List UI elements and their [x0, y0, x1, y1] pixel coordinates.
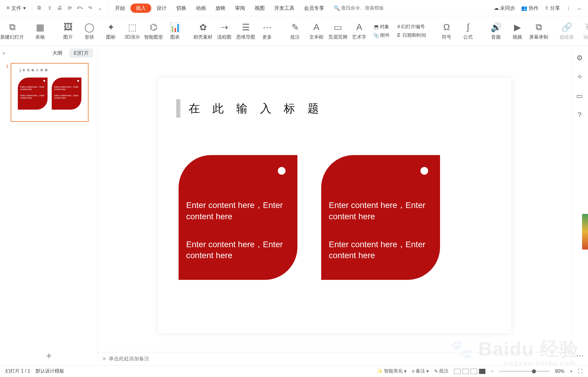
3d-present-button[interactable]: ⬚3D演示	[125, 22, 140, 40]
docer-button[interactable]: ✿稻壳素材	[196, 22, 210, 40]
coop-button[interactable]: 👥 协作	[519, 4, 541, 13]
slideshow-view-button[interactable]	[479, 369, 485, 374]
chart-icon: 📊	[170, 22, 181, 32]
audio-icon: 🔊	[491, 22, 502, 32]
sync-button[interactable]: ☁ 未同步	[491, 4, 518, 13]
tab-start[interactable]: 开始	[111, 3, 129, 13]
chevron-down-icon: ▾	[426, 368, 429, 374]
comments-toggle-button[interactable]: ✎批注	[434, 368, 449, 374]
object-button[interactable]: ⬒对象	[373, 24, 390, 30]
reading-view-button[interactable]	[471, 369, 477, 374]
zoom-in-button[interactable]: +	[570, 369, 573, 374]
tab-insert[interactable]: 插入	[130, 4, 151, 13]
mouse-icon: 🖱	[584, 22, 588, 32]
action-button[interactable]: 🖱动作	[581, 22, 588, 40]
attachment-button[interactable]: 📎附件	[373, 32, 390, 39]
content-card-2[interactable]: Enter content here，Enter content here En…	[321, 155, 440, 280]
side-handle[interactable]	[582, 214, 588, 250]
wordart-button[interactable]: A艺术字	[352, 22, 367, 40]
slide-editor[interactable]: 在此输入标题 Enter content here，Enter content …	[98, 46, 571, 365]
new-slide-button[interactable]: ⧉新建幻灯片	[5, 22, 20, 40]
smartart-button[interactable]: ⌬智能图形	[146, 22, 161, 40]
equation-button[interactable]: ∫公式	[461, 22, 475, 40]
workspace: « 大纲 幻灯片 1 在此输入标题 Enter content here，Ent…	[0, 46, 588, 365]
slide-counter: 幻灯片 1 / 1	[5, 368, 30, 374]
print-button[interactable]: 🖨	[55, 4, 64, 12]
video-button[interactable]: ▶视频	[510, 22, 525, 40]
slider-knob[interactable]	[532, 369, 536, 373]
icons-button[interactable]: ✦图标	[103, 22, 118, 40]
save-icon: 🗎	[37, 5, 42, 11]
search-input[interactable]	[341, 5, 392, 11]
tab-design[interactable]: 设计	[152, 3, 171, 13]
zoom-value: 90%	[555, 369, 565, 374]
zoom-out-button[interactable]: −	[491, 369, 494, 374]
flowchart-icon: ⇢	[221, 22, 228, 32]
datetime-button[interactable]: 🗓日期和时间	[396, 32, 426, 39]
save-button[interactable]: 🗎	[35, 4, 44, 12]
normal-view-button[interactable]	[454, 369, 461, 374]
smart-beautify-button[interactable]: ✨智能美化▾	[377, 368, 406, 374]
tab-devtools[interactable]: 开发工具	[270, 3, 299, 13]
undo-button[interactable]: ↶▾	[75, 4, 84, 12]
refresh-icon: ⟳	[68, 5, 72, 11]
tab-slideshow[interactable]: 放映	[211, 3, 230, 13]
add-slide-button[interactable]: +	[0, 346, 98, 365]
notes-toggle-button[interactable]: ≡备注▾	[412, 368, 429, 374]
file-menu[interactable]: ≡ 文件 ▾	[4, 4, 29, 13]
collapse-ribbon-button[interactable]: ︿	[575, 4, 584, 13]
textbox-button[interactable]: A文本框	[309, 22, 324, 40]
flowchart-button[interactable]: ⇢流程图	[217, 22, 232, 40]
content-card-1[interactable]: Enter content here，Enter content here En…	[179, 155, 297, 280]
thumbnail-item[interactable]: 1 在此输入标题 Enter content here，Enter conten…	[6, 63, 92, 122]
more-quick-button[interactable]: ⌄	[96, 4, 105, 12]
headerfooter-button[interactable]: ▭页眉页脚	[330, 22, 345, 40]
more-button[interactable]: ⋮	[564, 4, 573, 12]
comment-button[interactable]: ✎批注	[288, 22, 302, 40]
equation-icon: ∫	[467, 22, 469, 32]
command-search[interactable]: 🔍	[331, 4, 394, 12]
thumbnail-preview[interactable]: 在此输入标题 Enter content here，Enter content …	[11, 63, 89, 122]
tab-review[interactable]: 审阅	[231, 3, 249, 13]
tab-animation[interactable]: 动画	[192, 3, 210, 13]
table-button[interactable]: ▦表格	[33, 22, 48, 40]
collapse-panel-button[interactable]: «	[2, 50, 5, 56]
outline-tab[interactable]: 大纲	[48, 48, 67, 58]
present-icon[interactable]: ▭	[576, 92, 583, 100]
share-button[interactable]: ⇧ 分享	[542, 4, 562, 13]
refresh-button[interactable]: ⟳	[65, 4, 74, 12]
help-icon[interactable]: ?	[578, 111, 581, 119]
status-bar: 幻灯片 1 / 1 默认设计模板 ✨智能美化▾ ≡备注▾ ✎批注 − 90% +…	[0, 365, 588, 377]
zoom-slider[interactable]	[499, 371, 550, 372]
slide-title[interactable]: 在此输入标题	[176, 99, 331, 118]
chevron-down-icon: ⌄	[98, 5, 102, 11]
thumbnail-list[interactable]: 1 在此输入标题 Enter content here，Enter conten…	[0, 60, 98, 346]
redo-button[interactable]: ↷	[86, 4, 94, 12]
mindmap-button[interactable]: ☰思维导图	[238, 22, 253, 40]
audio-button[interactable]: 🔊音频	[488, 22, 503, 40]
tab-member[interactable]: 会员专享	[300, 3, 328, 13]
tab-transition[interactable]: 切换	[172, 3, 190, 13]
sorter-view-button[interactable]	[462, 369, 469, 374]
notes-icon: ≡	[103, 356, 106, 362]
magic-icon: ✨	[377, 368, 383, 374]
screenrec-button[interactable]: ⧉屏幕录制	[531, 22, 546, 40]
chart-button[interactable]: 📊图表	[168, 22, 182, 40]
settings-icon[interactable]: ⚙	[576, 54, 583, 62]
slide-canvas[interactable]: 在此输入标题 Enter content here，Enter content …	[158, 78, 511, 333]
picture-button[interactable]: 🖼图片	[61, 22, 75, 40]
print-preview-button[interactable]: ⇪	[45, 4, 54, 12]
symbol-button[interactable]: Ω符号	[439, 22, 454, 40]
video-icon: ▶	[514, 22, 521, 32]
tab-view[interactable]: 视图	[250, 3, 269, 13]
slides-tab[interactable]: 幻灯片	[70, 48, 93, 58]
hyperlink-button[interactable]: 🔗超链接	[559, 22, 574, 40]
star-icon[interactable]: ✧	[577, 73, 583, 81]
slide-number-button[interactable]: #幻灯片编号	[396, 24, 426, 30]
more-options-button[interactable]: ⋯	[576, 351, 584, 360]
more-insert-button[interactable]: ⋯更多	[260, 22, 275, 40]
notes-input[interactable]	[109, 356, 566, 362]
shapes-button[interactable]: ◯形状	[82, 22, 97, 40]
fit-button[interactable]: ⛶	[578, 369, 583, 374]
notes-bar[interactable]: ≡	[98, 352, 571, 365]
